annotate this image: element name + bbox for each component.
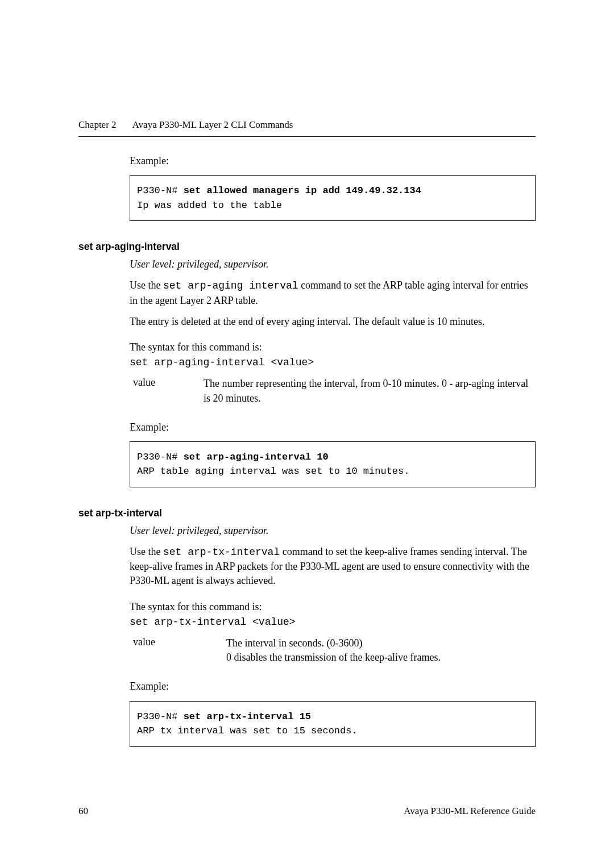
prompt: P330-N# [137,711,184,722]
output-text: ARP table aging interval was set to 10 m… [137,466,409,477]
syntax-intro: The syntax for this command is: [130,340,536,354]
code-block-arp-aging: P330-N# set arp-aging-interval 10 ARP ta… [130,441,536,487]
example-label: Example: [130,420,536,435]
section-heading-arp-tx: set arp-tx-interval [78,507,536,519]
prompt: P330-N# [137,452,184,462]
example-label: Example: [130,679,536,694]
syntax-code: set arp-aging-interval <value> [130,356,536,370]
page-number: 60 [78,806,88,817]
page-footer: 60 Avaya P330-ML Reference Guide [78,806,536,817]
example-label: Example: [130,154,536,168]
prompt: P330-N# [137,185,184,196]
description-1: Use the set arp-aging interval command t… [130,278,536,307]
section-heading-arp-aging: set arp-aging-interval [78,241,536,253]
chapter-title: Avaya P330-ML Layer 2 CLI Commands [132,119,293,131]
param-desc: The number representing the interval, fr… [204,377,536,405]
chapter-label: Chapter 2 [78,119,117,131]
desc-cmd: set arp-aging interval [163,280,298,291]
param-desc: The interval in seconds. (0-3600) 0 disa… [226,636,536,665]
param-desc-line2: 0 disables the transmission of the keep-… [226,652,441,663]
desc-pre: Use the [130,279,163,291]
param-row: value The interval in seconds. (0-3600) … [130,636,536,665]
desc-pre: Use the [130,546,163,557]
section-body-arp-aging: User level: privileged, supervisor. Use … [130,257,536,487]
syntax-intro: The syntax for this command is: [130,600,536,614]
user-level: User level: privileged, supervisor. [130,257,536,272]
param-desc-line1: The interval in seconds. (0-3600) [226,637,362,649]
code-block-allowed-managers: P330-N# set allowed managers ip add 149.… [130,175,536,221]
command-text: set arp-tx-interval 15 [184,711,311,722]
description-2: The entry is deleted at the end of every… [130,315,536,329]
command-text: set allowed managers ip add 149.49.32.13… [184,185,421,196]
user-level: User level: privileged, supervisor. [130,524,536,538]
footer-reference: Avaya P330-ML Reference Guide [404,806,536,817]
page-content: Chapter 2 Avaya P330-ML Layer 2 CLI Comm… [0,0,614,747]
command-text: set arp-aging-interval 10 [184,452,329,462]
syntax-code: set arp-tx-interval <value> [130,615,536,629]
output-text: Ip was added to the table [137,200,282,211]
param-name: value [130,377,204,405]
description-1: Use the set arp-tx-interval command to s… [130,545,536,589]
param-row: value The number representing the interv… [130,377,536,405]
desc-cmd: set arp-tx-interval [163,546,280,558]
param-name: value [130,636,226,665]
content-indent-1: Example: P330-N# set allowed managers ip… [130,154,536,221]
section-body-arp-tx: User level: privileged, supervisor. Use … [130,524,536,747]
output-text: ARP tx interval was set to 15 seconds. [137,725,358,736]
page-header: Chapter 2 Avaya P330-ML Layer 2 CLI Comm… [78,119,536,137]
code-block-arp-tx: P330-N# set arp-tx-interval 15 ARP tx in… [130,701,536,747]
